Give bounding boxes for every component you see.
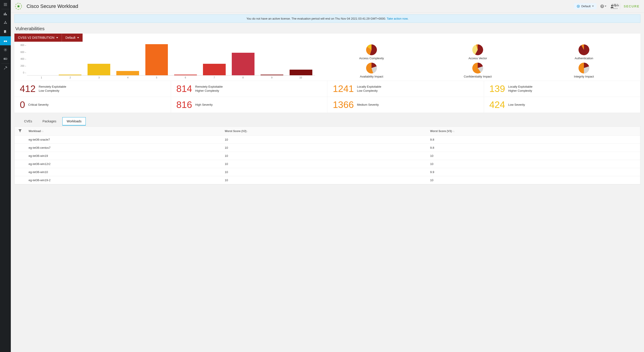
page-title: Vulnerabilities bbox=[11, 23, 644, 34]
stat-cell: 412Remotely ExploitableLow Complexity bbox=[14, 81, 171, 97]
svg-rect-14 bbox=[5, 41, 6, 41]
filter-button[interactable] bbox=[15, 127, 26, 136]
svg-rect-3 bbox=[4, 14, 4, 15]
sort-both-icon: ↑↓ bbox=[452, 130, 454, 132]
sort-desc-icon: ↓ bbox=[247, 130, 248, 132]
table-row[interactable]: eg-tet36-centos7109.8 bbox=[15, 144, 640, 152]
svg-point-8 bbox=[6, 23, 7, 24]
scope-selector[interactable]: Default bbox=[574, 3, 596, 9]
svg-text:?: ? bbox=[601, 5, 603, 8]
license-banner: You do not have an active license. The e… bbox=[14, 15, 640, 23]
pie-grid: Access ComplexityAccess VectorAuthentica… bbox=[320, 44, 636, 79]
divider bbox=[620, 3, 620, 10]
svg-rect-5 bbox=[6, 14, 7, 15]
tab-workloads[interactable]: Workloads bbox=[62, 117, 86, 125]
svg-rect-4 bbox=[5, 13, 6, 15]
stat-grid: 412Remotely ExploitableLow Complexity814… bbox=[14, 81, 640, 113]
nav-topology[interactable] bbox=[0, 18, 11, 27]
bar-6[interactable] bbox=[171, 75, 200, 75]
filter-icon bbox=[18, 129, 22, 132]
distribution-scope-dropdown[interactable]: Default bbox=[62, 34, 82, 42]
result-tabs: CVEs Packages Workloads bbox=[14, 115, 640, 125]
bar-8[interactable] bbox=[229, 53, 258, 75]
col-workload[interactable]: Workload↑↓ bbox=[26, 127, 222, 136]
sort-both-icon: ↑↓ bbox=[41, 130, 44, 132]
bar-5[interactable] bbox=[142, 44, 171, 75]
nav-hamburger[interactable] bbox=[0, 0, 11, 9]
product-title: Cisco Secure Workload bbox=[26, 4, 78, 9]
pie-access-complexity[interactable]: Access Complexity bbox=[320, 44, 424, 61]
pie-availability-impact[interactable]: Availability Impact bbox=[320, 62, 424, 79]
bar-3[interactable] bbox=[84, 64, 113, 75]
nav-tools[interactable] bbox=[0, 64, 11, 73]
tab-packages[interactable]: Packages bbox=[38, 117, 60, 125]
vuln-panel: CVSS V2 DISTRIBUTION Default 80060040020… bbox=[14, 34, 640, 113]
col-worst-v3[interactable]: Worst Score (V3)↑↓ bbox=[427, 127, 640, 136]
bar-10[interactable] bbox=[287, 70, 315, 75]
table-row[interactable]: eg-tet36-win19-21010 bbox=[15, 176, 640, 184]
help-menu[interactable]: ? bbox=[600, 4, 606, 8]
table-row[interactable]: eg-tet36-win10109.9 bbox=[15, 168, 640, 176]
cisco-bars-icon bbox=[611, 4, 619, 6]
caret-down-icon bbox=[604, 6, 606, 7]
svg-point-7 bbox=[4, 23, 4, 24]
bar-2[interactable] bbox=[56, 75, 84, 75]
stat-cell: 814Remotely ExploitableHigher Complexity bbox=[171, 81, 328, 97]
nav-binoculars[interactable] bbox=[0, 36, 11, 45]
distribution-metric-dropdown[interactable]: CVSS V2 DISTRIBUTION bbox=[14, 34, 62, 42]
caret-down-icon bbox=[77, 37, 79, 38]
stat-cell: 1241Locally ExploitableLow Complexity bbox=[328, 81, 484, 97]
distribution-selector: CVSS V2 DISTRIBUTION Default bbox=[14, 34, 82, 42]
nav-dashboard[interactable] bbox=[0, 9, 11, 18]
table-row[interactable]: eg-tet36-win191010 bbox=[15, 152, 640, 160]
caret-down-icon bbox=[56, 37, 58, 38]
tab-cves[interactable]: CVEs bbox=[20, 117, 36, 125]
cvss-bar-chart: 8006004002000 12345678910 bbox=[19, 44, 315, 79]
license-text: You do not have an active license. The e… bbox=[246, 17, 387, 20]
bar-4[interactable] bbox=[114, 71, 142, 75]
bar-7[interactable] bbox=[200, 64, 228, 75]
nav-server[interactable] bbox=[0, 54, 11, 63]
stat-cell: 0Critical Severity bbox=[14, 97, 171, 113]
license-action-link[interactable]: Take action now bbox=[387, 17, 408, 20]
col-worst-v2[interactable]: Worst Score (V2)↓ bbox=[222, 127, 427, 136]
pie-access-vector[interactable]: Access Vector bbox=[426, 44, 530, 61]
pie-integrity-impact[interactable]: Integrity Impact bbox=[532, 62, 636, 79]
scope-icon bbox=[577, 5, 580, 8]
svg-point-21 bbox=[18, 6, 19, 7]
svg-point-17 bbox=[4, 59, 5, 59]
scope-label: Default bbox=[581, 5, 590, 8]
table-row[interactable]: eg-tet36-oracle7109.8 bbox=[15, 136, 640, 144]
svg-point-18 bbox=[5, 59, 6, 59]
pie-confidentiality-impact[interactable]: Confidentiality Impact bbox=[426, 62, 530, 79]
svg-point-15 bbox=[5, 49, 6, 50]
top-bar: Cisco Secure Workload Default ? cisco SE… bbox=[11, 0, 644, 13]
svg-point-23 bbox=[578, 6, 579, 7]
cisco-secure-brand: cisco SECURE bbox=[624, 5, 640, 8]
help-icon: ? bbox=[600, 4, 604, 8]
brand-logo-icon bbox=[15, 3, 22, 10]
workload-table: Workload↑↓ Worst Score (V2)↓ Worst Score… bbox=[14, 126, 640, 185]
stat-cell: 424Low Severity bbox=[484, 97, 640, 113]
nav-policy[interactable] bbox=[0, 27, 11, 36]
left-nav bbox=[0, 0, 11, 352]
svg-point-6 bbox=[5, 21, 6, 22]
table-row[interactable]: eg-tet36-win12r21010 bbox=[15, 160, 640, 168]
caret-down-icon bbox=[592, 6, 594, 7]
bar-9[interactable] bbox=[258, 75, 286, 75]
stat-cell: 139Locally ExploitableHigher Complexity bbox=[484, 81, 640, 97]
stat-cell: 816High Severity bbox=[171, 97, 328, 113]
pie-authentication[interactable]: Authentication bbox=[532, 44, 636, 61]
nav-settings[interactable] bbox=[0, 45, 11, 54]
stat-cell: 1366Medium Severity bbox=[328, 97, 484, 113]
